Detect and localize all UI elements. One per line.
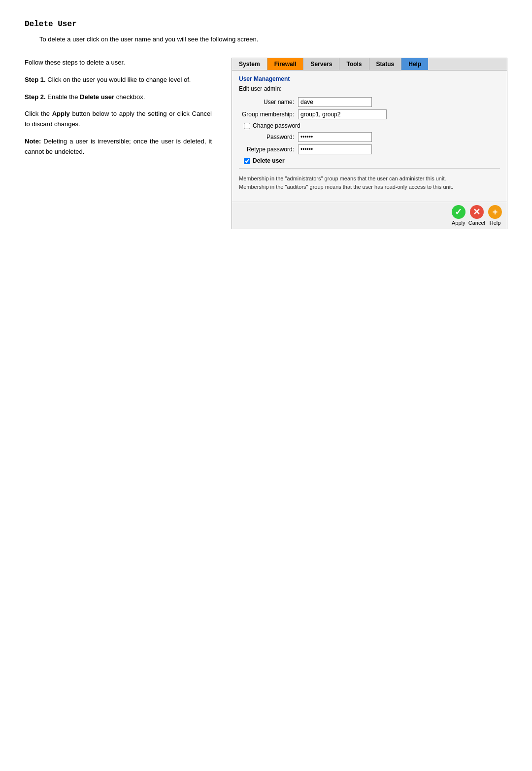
step2-bold: Delete user [80,93,114,101]
password-row: Password: [239,132,500,142]
delete-user-row: Delete user [239,157,500,164]
step1-label: Step 1. [25,76,46,83]
note-text: Note: Deleting a user is irreversible; o… [25,137,212,157]
step2-body: Enable the [46,93,80,101]
nav-help[interactable]: Help [401,58,428,70]
apply-button[interactable]: ✓ Apply [452,205,466,226]
apply-icon: ✓ [452,205,466,219]
apply-pre: Click the [25,110,52,117]
step2-text: Step 2. Enable the Delete user checkbox. [25,92,212,103]
info-line2: Membership in the "auditors" group means… [239,183,500,191]
change-password-label: Change password [253,122,300,129]
left-column: Follow these steps to delete a user. Ste… [25,58,212,164]
cancel-icon: ✕ [470,205,484,219]
nav-firewall[interactable]: Firewall [267,58,304,70]
retype-label: Retype password: [239,146,298,153]
retype-password-row: Retype password: [239,144,500,154]
cancel-label: Cancel [468,220,485,226]
change-password-row: Change password [239,122,500,129]
edit-label: Edit user admin: [239,85,500,92]
step1-body: Click on the user you would like to chan… [46,76,191,83]
step2-end: checkbox. [114,93,145,101]
follow-steps-text: Follow these steps to delete a user. [25,58,212,68]
cancel-button[interactable]: ✕ Cancel [468,205,485,226]
nav-tools[interactable]: Tools [339,58,369,70]
step1-text: Step 1. Click on the user you would like… [25,75,212,85]
apply-label: Apply [452,220,466,226]
action-bar: ✓ Apply ✕ Cancel + Help [232,202,507,229]
change-password-checkbox[interactable] [244,123,250,129]
retype-input[interactable] [298,144,372,154]
password-input[interactable] [298,132,372,142]
divider [239,168,500,169]
note-body: Deleting a user is irreversible; once th… [25,138,212,155]
nav-servers[interactable]: Servers [303,58,339,70]
delete-user-checkbox[interactable] [244,158,250,164]
nav-bar: System Firewall Servers Tools Status Hel… [232,58,507,70]
content-area: Follow these steps to delete a user. Ste… [25,58,507,229]
step2-label: Step 2. [25,93,46,101]
apply-instruction: Click the Apply button below to apply th… [25,109,212,130]
username-row: User name: [239,97,500,107]
username-input[interactable] [298,97,372,107]
note-label: Note: [25,138,41,145]
info-text: Membership in the "administrators" group… [239,174,500,192]
info-line1: Membership in the "administrators" group… [239,175,500,183]
help-button[interactable]: + Help [488,205,502,226]
nav-status[interactable]: Status [369,58,402,70]
section-title: User Management [239,75,500,82]
panel: System Firewall Servers Tools Status Hel… [232,58,507,229]
help-icon: + [488,205,502,219]
group-input[interactable] [298,109,387,119]
nav-system[interactable]: System [232,58,267,70]
panel-body: User Management Edit user admin: User na… [232,70,507,202]
page-title: Delete User [25,20,507,29]
apply-bold: Apply [52,110,70,117]
group-label: Group membership: [239,111,298,118]
password-label: Password: [239,134,298,140]
username-label: User name: [239,99,298,105]
intro-text: To delete a user click on the user name … [39,35,507,43]
group-row: Group membership: [239,109,500,119]
help-label: Help [490,220,501,226]
delete-user-label: Delete user [253,157,285,164]
